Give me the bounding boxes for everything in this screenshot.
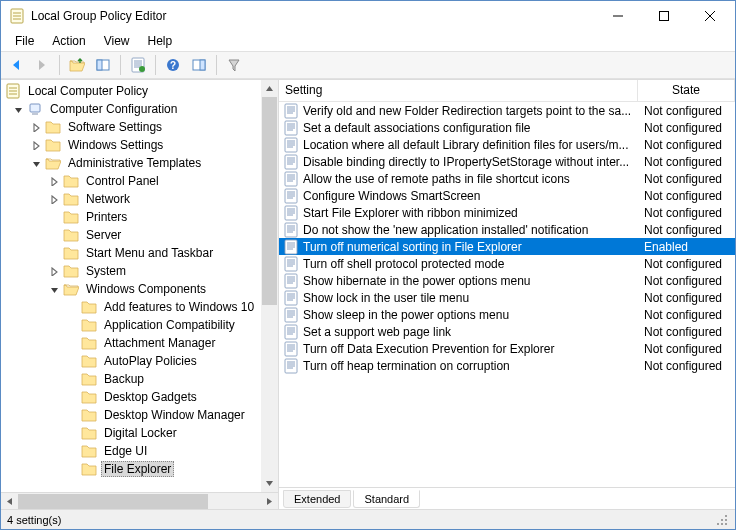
policy-list[interactable]: Verify old and new Folder Redirection ta…: [279, 102, 735, 487]
scroll-down-button[interactable]: [261, 475, 278, 492]
scroll-track[interactable]: [261, 97, 278, 475]
list-item[interactable]: Start File Explorer with ribbon minimize…: [279, 204, 735, 221]
tree-wc-item[interactable]: File Explorer: [1, 460, 278, 478]
expander-icon[interactable]: [49, 284, 60, 295]
tree-wc-item[interactable]: Desktop Window Manager: [1, 406, 278, 424]
tree-control-panel[interactable]: Control Panel: [1, 172, 278, 190]
maximize-button[interactable]: [641, 1, 687, 31]
scroll-left-button[interactable]: [1, 493, 18, 510]
list-item-setting: Show lock in the user tile menu: [303, 291, 638, 305]
tree-software-settings[interactable]: Software Settings: [1, 118, 278, 136]
tree-computer-configuration[interactable]: Computer Configuration: [1, 100, 278, 118]
expander-icon[interactable]: [13, 104, 24, 115]
show-hide-action-button[interactable]: [188, 54, 210, 76]
tree-administrative-templates[interactable]: Administrative Templates: [1, 154, 278, 172]
scroll-track[interactable]: [18, 493, 261, 510]
scroll-thumb[interactable]: [262, 97, 277, 305]
list-item[interactable]: Turn off Data Execution Prevention for E…: [279, 340, 735, 357]
list-item[interactable]: Disable binding directly to IPropertySet…: [279, 153, 735, 170]
up-button[interactable]: [66, 54, 88, 76]
list-item-state: Not configured: [638, 308, 735, 322]
tree-start-menu-taskbar[interactable]: Start Menu and Taskbar: [1, 244, 278, 262]
tree-root[interactable]: Local Computer Policy: [1, 82, 278, 100]
tree-label: Start Menu and Taskbar: [83, 246, 216, 260]
policy-tree[interactable]: Local Computer Policy Computer Configura…: [1, 80, 278, 492]
expander-icon[interactable]: [49, 176, 60, 187]
tree-windows-components[interactable]: Windows Components: [1, 280, 278, 298]
tree-label: System: [83, 264, 129, 278]
list-item[interactable]: Do not show the 'new application install…: [279, 221, 735, 238]
list-item[interactable]: Verify old and new Folder Redirection ta…: [279, 102, 735, 119]
expander-icon[interactable]: [31, 122, 42, 133]
menubar: File Action View Help: [1, 31, 735, 51]
tab-extended[interactable]: Extended: [283, 490, 351, 508]
resize-grip-icon[interactable]: [715, 513, 729, 527]
list-item[interactable]: Location where all default Library defin…: [279, 136, 735, 153]
menu-view[interactable]: View: [96, 32, 138, 50]
list-item[interactable]: Configure Windows SmartScreenNot configu…: [279, 187, 735, 204]
show-hide-tree-button[interactable]: [92, 54, 114, 76]
filter-button[interactable]: [223, 54, 245, 76]
tree-wc-item[interactable]: Backup: [1, 370, 278, 388]
toolbar-sep: [120, 55, 121, 75]
tree-wc-item[interactable]: Digital Locker: [1, 424, 278, 442]
expander-icon[interactable]: [49, 266, 60, 277]
policy-icon: [283, 358, 299, 374]
scroll-up-button[interactable]: [261, 80, 278, 97]
tree-wc-item[interactable]: Application Compatibility: [1, 316, 278, 334]
column-setting[interactable]: Setting: [279, 80, 638, 101]
list-item[interactable]: Turn off shell protocol protected modeNo…: [279, 255, 735, 272]
list-item[interactable]: Turn off heap termination on corruptionN…: [279, 357, 735, 374]
tree-network[interactable]: Network: [1, 190, 278, 208]
list-item[interactable]: Set a support web page linkNot configure…: [279, 323, 735, 340]
list-item-state: Not configured: [638, 359, 735, 373]
folder-icon: [81, 461, 97, 477]
tree-wc-item[interactable]: Attachment Manager: [1, 334, 278, 352]
menu-help[interactable]: Help: [140, 32, 181, 50]
tree-scrollbar-horizontal[interactable]: [1, 492, 278, 509]
list-item[interactable]: Show hibernate in the power options menu…: [279, 272, 735, 289]
list-item[interactable]: Show lock in the user tile menuNot confi…: [279, 289, 735, 306]
help-button[interactable]: ?: [162, 54, 184, 76]
folder-icon: [81, 371, 97, 387]
list-item-state: Not configured: [638, 189, 735, 203]
menu-action[interactable]: Action: [44, 32, 93, 50]
tree-label: Backup: [101, 372, 147, 386]
tree-wc-item[interactable]: Desktop Gadgets: [1, 388, 278, 406]
list-item-state: Not configured: [638, 257, 735, 271]
list-item-setting: Set a support web page link: [303, 325, 638, 339]
tree-scrollbar-vertical[interactable]: [261, 80, 278, 492]
scroll-thumb[interactable]: [18, 494, 208, 509]
tree-wc-item[interactable]: AutoPlay Policies: [1, 352, 278, 370]
scroll-right-button[interactable]: [261, 493, 278, 510]
expander-icon[interactable]: [49, 194, 60, 205]
list-item-setting: Show sleep in the power options menu: [303, 308, 638, 322]
properties-button[interactable]: [127, 54, 149, 76]
tree-wc-item[interactable]: Add features to Windows 10: [1, 298, 278, 316]
tree-wc-item[interactable]: Edge UI: [1, 442, 278, 460]
forward-button[interactable]: [31, 54, 53, 76]
tree-label: Local Computer Policy: [25, 84, 151, 98]
policy-icon: [283, 324, 299, 340]
menu-file[interactable]: File: [7, 32, 42, 50]
tree-system[interactable]: System: [1, 262, 278, 280]
column-state[interactable]: State: [638, 80, 735, 101]
folder-icon: [81, 407, 97, 423]
list-item[interactable]: Set a default associations configuration…: [279, 119, 735, 136]
list-item[interactable]: Allow the use of remote paths in file sh…: [279, 170, 735, 187]
tree-printers[interactable]: Printers: [1, 208, 278, 226]
tree-windows-settings[interactable]: Windows Settings: [1, 136, 278, 154]
list-item-setting: Turn off Data Execution Prevention for E…: [303, 342, 638, 356]
list-item[interactable]: Show sleep in the power options menuNot …: [279, 306, 735, 323]
expander-icon[interactable]: [31, 158, 42, 169]
tab-standard[interactable]: Standard: [353, 490, 420, 508]
titlebar[interactable]: Local Group Policy Editor: [1, 1, 735, 31]
minimize-button[interactable]: [595, 1, 641, 31]
list-item[interactable]: Turn off numerical sorting in File Explo…: [279, 238, 735, 255]
tree-server[interactable]: Server: [1, 226, 278, 244]
view-tabs: Extended Standard: [279, 487, 735, 509]
close-button[interactable]: [687, 1, 733, 31]
back-button[interactable]: [5, 54, 27, 76]
list-item-setting: Disable binding directly to IPropertySet…: [303, 155, 638, 169]
expander-icon[interactable]: [31, 140, 42, 151]
